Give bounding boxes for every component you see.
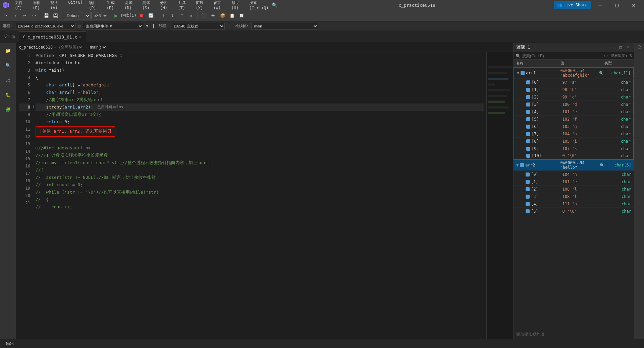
watch-search-arrow-left[interactable]: ‹ xyxy=(603,54,605,58)
stop-button[interactable]: ⏹ xyxy=(137,11,146,20)
breadcrumb-scope[interactable]: (全局范围) xyxy=(58,45,83,50)
output-tab[interactable]: 输出 xyxy=(3,340,17,348)
watch-minimize[interactable]: ─ xyxy=(610,44,616,51)
watch-icon-arr1-4 xyxy=(526,110,530,114)
breakpoints-button[interactable]: ⬛ xyxy=(200,11,208,20)
step-into-button[interactable]: ⤵ xyxy=(168,11,177,20)
menu-project[interactable]: 项目(P) xyxy=(86,0,103,11)
restore-button[interactable]: □ xyxy=(609,0,625,10)
run-to-cursor-button[interactable]: ▷ xyxy=(187,11,196,20)
watch-close[interactable]: ✕ xyxy=(625,44,631,51)
activity-bar-files[interactable]: 📁 xyxy=(1,44,15,57)
menu-search[interactable]: 搜索 (Ctrl+Q) 🔍 xyxy=(247,0,280,11)
watch-row-arr1-4[interactable]: [4] 101 'e' char xyxy=(514,108,634,116)
menu-analyze[interactable]: 分析(N) xyxy=(157,0,174,11)
continue-button[interactable]: ▶ xyxy=(112,11,120,20)
watch-value-arr1-8: 105 'i' xyxy=(562,139,604,144)
minimize-button[interactable]: ─ xyxy=(592,0,608,10)
locals-button[interactable]: 📦 xyxy=(218,11,227,20)
watch-button[interactable]: 👁 xyxy=(209,11,218,20)
undo-button[interactable]: ⤺ xyxy=(20,11,29,20)
menu-git[interactable]: Git(G) xyxy=(65,0,85,11)
save-all-button[interactable] xyxy=(51,11,60,20)
watch-row-arr1-10[interactable]: [10] 0 '\0' char xyxy=(514,152,634,160)
event-dropdown[interactable]: 生命周期事件 ▼ xyxy=(83,23,143,29)
watch-row-arr1-1[interactable]: [1] 98 'b' char xyxy=(514,86,634,93)
svg-rect-15 xyxy=(488,112,505,114)
arch-dropdown[interactable]: x86 xyxy=(91,12,108,19)
watch-value-arr1-0: 97 'a' xyxy=(562,80,604,85)
live-share-button[interactable]: 👥 Live Share xyxy=(554,1,591,9)
watch-expand-arr1[interactable]: ▼ xyxy=(517,71,519,75)
close-button[interactable]: ✕ xyxy=(626,0,641,10)
watch-search-input[interactable] xyxy=(522,54,602,58)
menu-window[interactable]: 窗口(W) xyxy=(211,0,228,11)
breadcrumb-file[interactable]: c_practice0518 xyxy=(19,45,53,50)
watch-row-arr2-2[interactable]: [2] 108 'l' char xyxy=(514,186,634,193)
watch-row-arr1-3[interactable]: [3] 100 'd' char xyxy=(514,101,634,108)
watch-row-arr2[interactable]: ▼ arr2 0x0060fa94 "hello" 🔍 char[6] xyxy=(514,160,634,171)
menu-tools[interactable]: 工具(T) xyxy=(175,0,192,11)
config-dropdown[interactable]: Debug xyxy=(64,12,91,19)
activity-bar-search[interactable]: 🔍 xyxy=(1,59,15,72)
step-over-button[interactable]: ⬇ xyxy=(159,11,168,20)
breadcrumb-function[interactable]: main() xyxy=(89,45,107,50)
activity-bar-debug[interactable]: 🐛 xyxy=(1,88,15,101)
watch-search-arrow-right[interactable]: › xyxy=(607,54,609,58)
watch-value-arr1: 0x0060faa4 "abcdefghik" xyxy=(560,68,598,78)
code-line-21: // count++; xyxy=(36,203,484,211)
menu-extension[interactable]: 扩展(X) xyxy=(193,0,210,11)
watch-restore[interactable]: □ xyxy=(617,44,624,51)
tab-close-1[interactable]: ✕ xyxy=(79,35,82,39)
menu-test[interactable]: 测试(S) xyxy=(140,0,157,11)
code-line-12 xyxy=(36,137,484,144)
watch-row-arr1-7[interactable]: [7] 104 'h' char xyxy=(514,130,634,138)
thread-dropdown[interactable]: [16548] 主线程 xyxy=(171,23,225,29)
activity-bar-extensions[interactable]: 🧩 xyxy=(1,103,15,116)
watch-row-arr1-6[interactable]: [6] 103 'g' char xyxy=(514,123,634,130)
back-button[interactable]: ↩ xyxy=(1,11,10,20)
watch-search-icon-arr1[interactable]: 🔍 xyxy=(599,71,604,75)
code-text[interactable]: #define _CRT_SECURE_NO_WARNINGS 1 #inclu… xyxy=(33,52,486,339)
watch-row-arr2-3[interactable]: [3] 108 'l' char xyxy=(514,193,634,200)
watch-row-arr1-8[interactable]: [8] 105 'i' char xyxy=(514,138,634,145)
watch-row-arr2-4[interactable]: [4] 111 'o' char xyxy=(514,200,634,208)
tab-c-practice[interactable]: C c_practice0518_01.c ✕ xyxy=(19,31,86,43)
watch-row-arr1-9[interactable]: [9] 107 'k' char xyxy=(514,145,634,152)
window-title: c_practice0518 xyxy=(283,3,551,8)
watch-value-arr2-5: 0 '\0' xyxy=(562,209,605,214)
menu-file[interactable]: 文件(F) xyxy=(12,0,29,11)
watch-row-arr1-0[interactable]: [0] 97 'a' char xyxy=(514,79,634,86)
watch-row-arr2-0[interactable]: [0] 104 'h' char xyxy=(514,171,634,178)
ln-8: 8 xyxy=(19,103,30,111)
watch-name-arr1-6: [6] xyxy=(532,124,539,129)
watch-row-arr1-5[interactable]: [5] 102 'f' char xyxy=(514,116,634,123)
watch-search-icon-arr2[interactable]: 🔍 xyxy=(600,163,604,167)
tab-label-1: c_practice0518_01.c xyxy=(28,34,77,40)
activity-bar-git[interactable]: ⎇ xyxy=(1,73,15,87)
menu-help[interactable]: 帮助(H) xyxy=(229,0,246,11)
menu-view[interactable]: 视图(V) xyxy=(48,0,65,11)
watch-expand-arr2[interactable]: ▼ xyxy=(516,163,519,167)
watch-icon-arr2-0 xyxy=(526,172,530,177)
memory-button[interactable]: 🔲 xyxy=(237,11,246,20)
watch-row-arr2-5[interactable]: [5] 0 '\0' char xyxy=(514,208,634,215)
call-stack-button[interactable]: 📋 xyxy=(228,11,236,20)
redo-button[interactable]: ⤻ xyxy=(30,11,38,20)
menu-build[interactable]: 生成(B) xyxy=(104,0,121,11)
menu-debug[interactable]: 调试(D) xyxy=(122,0,139,11)
watch-row-arr1[interactable]: ▼ arr1 0x0060faa4 "abcdefghik" 🔍 char[11… xyxy=(514,67,634,79)
watch-row-arr1-2[interactable]: [2] 99 'c' char xyxy=(514,93,634,101)
git-label[interactable]: Git xyxy=(637,43,641,51)
step-out-button[interactable]: ⤴ xyxy=(178,11,186,20)
watch-add-bar[interactable]: 添加要监视的项 xyxy=(514,330,634,339)
restart-button[interactable]: 🔄 xyxy=(147,11,155,20)
menu-edit[interactable]: 编辑(E) xyxy=(30,0,47,11)
watch-row-arr2-1[interactable]: [1] 101 'e' char xyxy=(514,178,634,186)
stack-dropdown[interactable]: main xyxy=(251,23,318,29)
process-dropdown[interactable]: [16144] c_practice0518.exe xyxy=(15,23,75,29)
save-button[interactable]: 💾 xyxy=(42,11,51,20)
ln-7: 7 xyxy=(19,96,30,103)
forward-button[interactable]: ↪ xyxy=(11,11,19,20)
ln-9: 9 xyxy=(19,111,30,118)
